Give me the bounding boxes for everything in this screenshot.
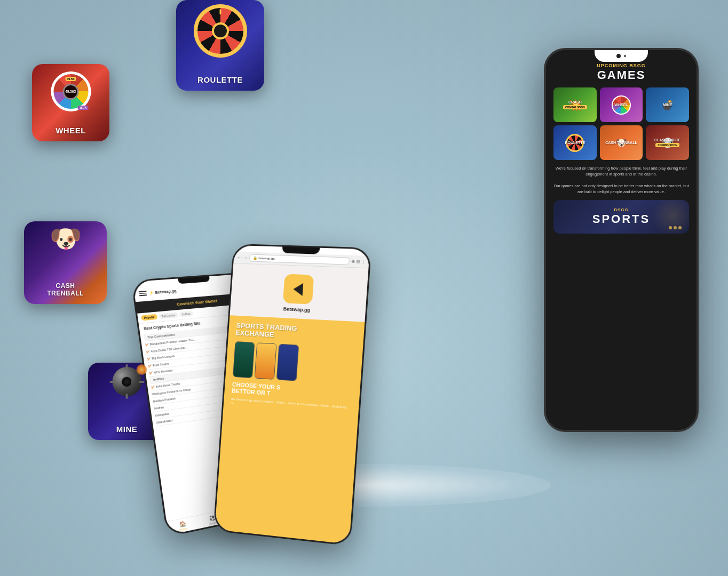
phone-mid: ← → 🔒 betswap.gg ⊕ ⊟ ⋮ Betswap.gg SPORTS… [213, 244, 371, 546]
url-text: betswap.gg [258, 257, 274, 260]
exchange-label: EXCHANGE [235, 330, 274, 339]
game-card-roulette[interactable]: ROULETTE [553, 125, 597, 160]
bsgg-sports-card[interactable]: BSGG SPORTS [553, 200, 689, 234]
classicdice-card-label: CLASSIC DICE [654, 138, 680, 142]
wheel-sublabel2: 15.7X [78, 106, 88, 110]
sports-card-sub: BSGG [561, 207, 682, 212]
wheel-icon-visual: 39.5X 49.50X 15.7X [48, 69, 93, 117]
betswap-description: the Betswap.gg sports predicti... Make..… [231, 397, 351, 414]
game-card-mine[interactable]: 💣 MINE [646, 87, 689, 122]
upcoming-label: UPCOMING BSGG [553, 63, 689, 68]
roulette-label: ROULETTE [197, 75, 243, 84]
url-bar[interactable]: 🔒 betswap.gg [249, 254, 350, 265]
wheel-game-icon[interactable]: 39.5X 49.50X 15.7X WHEEL [32, 64, 109, 141]
betswap-app-header: Betswap.gg [230, 263, 369, 322]
sports-card-title: SPORTS [561, 212, 682, 226]
wheel-sublabel1: 39.5X [65, 77, 76, 81]
share-icon[interactable]: ⊕ [351, 259, 355, 263]
phone-right: UPCOMING BSGG GAMES 💥 CRASH COMING SOON … [544, 48, 699, 432]
front-camera [616, 54, 621, 58]
game-card-crash[interactable]: 💥 CRASH COMING SOON [553, 87, 597, 122]
phone-right-screen: UPCOMING BSGG GAMES 💥 CRASH COMING SOON … [546, 50, 697, 430]
betswap-promo-section: SPORTS TRADING EXCHANGE CHOOSE YOUR S BE… [215, 315, 365, 544]
wheel-multiplier: 49.50X [65, 90, 76, 93]
dot-2 [674, 226, 677, 229]
wheel-label: WHEEL [56, 126, 86, 135]
games-grid: 💥 CRASH COMING SOON WHEEL 💣 MINE [553, 87, 689, 160]
phone-mid-notch [282, 247, 320, 254]
cashtrenball-icon-visual: 🐶 [50, 224, 82, 254]
mine-icon-visual [109, 367, 144, 402]
mine-label: MINE [116, 425, 138, 434]
betswap-logo [282, 274, 314, 305]
betswap-chevron [293, 283, 304, 296]
game-card-classicdice[interactable]: 🎲 CLASSIC DICE COMING SOON [646, 125, 689, 160]
choose-section: CHOOSE YOUR S BETTOR OR T [232, 381, 281, 397]
cashtrenball-card-label: CASH TRENBALL [605, 141, 637, 145]
hamburger-icon[interactable] [139, 291, 147, 297]
dot-3 [678, 226, 682, 229]
betswap-small-logo: ⚡ Betswap.gg [149, 289, 177, 295]
phone-mid-screen: ← → 🔒 betswap.gg ⊕ ⊟ ⋮ Betswap.gg SPORTS… [215, 245, 369, 545]
phone-previews [233, 341, 299, 381]
roulette-card-label: ROULETTE [565, 141, 585, 145]
wallet-banner-text: Connect Your Wallet [176, 299, 217, 307]
tabs-icon[interactable]: ⊟ [356, 259, 360, 264]
preview-phone-3 [276, 343, 299, 381]
browser-actions: ⊕ ⊟ ⋮ [351, 259, 366, 264]
phone-right-notch [595, 50, 648, 62]
menu-icon[interactable]: ⋮ [361, 259, 366, 264]
sensor-dot [624, 55, 626, 57]
betswap-app-name: Betswap.gg [283, 306, 310, 313]
bsgg-description-2: Our games are not only designed to be be… [553, 183, 689, 195]
roulette-game-icon[interactable]: ROULETTE [176, 0, 264, 91]
bsgg-description-1: We're focused on transforming how people… [553, 165, 689, 178]
bsgg-games-header: UPCOMING BSGG GAMES [553, 63, 689, 82]
popular-tab[interactable]: Popular [141, 314, 157, 321]
wheel-card-label: WHEEL [614, 103, 628, 107]
crash-coming-soon: COMING SOON [563, 105, 587, 109]
game-card-cashtrenball[interactable]: 🐶 CASH TRENBALL [600, 125, 643, 160]
dot-1 [669, 226, 672, 229]
preview-phone-2 [255, 342, 277, 380]
lock-icon: 🔒 [253, 256, 258, 260]
roulette-icon-visual [194, 4, 247, 58]
top-competitions-tab[interactable]: Top Comps [159, 312, 178, 319]
forward-icon[interactable]: → [243, 255, 248, 260]
preview-phone-1 [233, 341, 255, 378]
classicdice-coming-soon: COMING SOON [655, 143, 679, 147]
game-card-wheel[interactable]: WHEEL [600, 87, 643, 122]
sports-card-dots [669, 226, 682, 229]
mine-card-label: MINE [663, 103, 672, 107]
back-icon[interactable]: ← [237, 255, 242, 260]
games-main-title: GAMES [553, 68, 689, 82]
crash-card-label: CRASH [568, 100, 582, 104]
cashtrenball-game-icon[interactable]: 🐶 CASHTRENBALL [24, 221, 107, 304]
cashtrenball-label: CASHTRENBALL [47, 283, 84, 298]
inplay-tab[interactable]: In-Play [179, 311, 194, 317]
